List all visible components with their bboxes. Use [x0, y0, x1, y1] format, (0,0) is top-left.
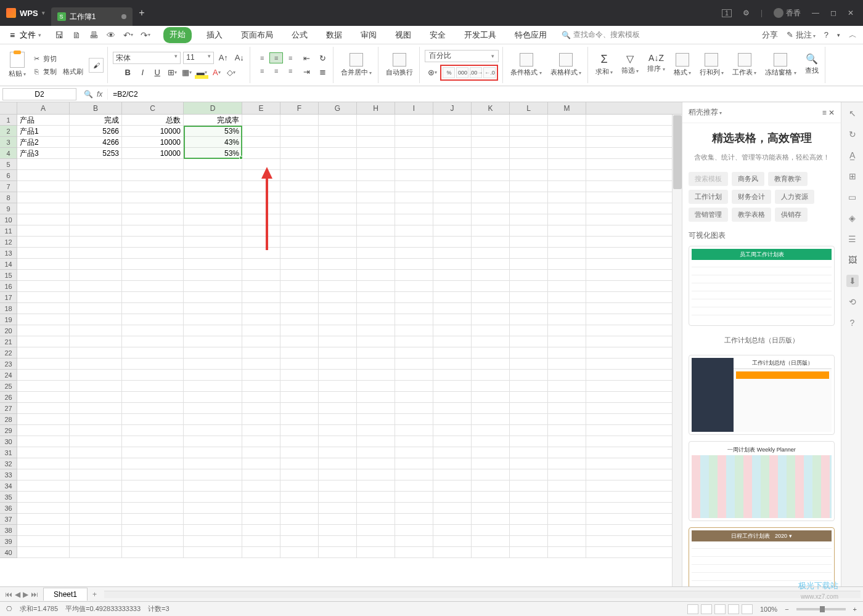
cell[interactable] — [433, 225, 472, 236]
cell[interactable] — [510, 137, 548, 147]
cell[interactable]: 产品1 — [17, 126, 70, 136]
cell[interactable] — [433, 214, 472, 225]
cell[interactable] — [184, 292, 242, 302]
row-header[interactable]: 36 — [0, 503, 17, 514]
cell[interactable] — [280, 137, 319, 147]
cell[interactable] — [17, 314, 70, 325]
cell[interactable] — [122, 392, 184, 402]
row-header[interactable]: 40 — [0, 547, 17, 558]
col-header-G[interactable]: G — [319, 102, 357, 114]
cell[interactable] — [122, 480, 184, 491]
cell[interactable] — [184, 325, 242, 336]
wrap-text-button[interactable]: 自动换行 — [383, 52, 415, 78]
cell[interactable] — [548, 525, 586, 535]
cell[interactable] — [122, 181, 184, 192]
cell[interactable]: 5253 — [70, 148, 122, 158]
cell[interactable] — [395, 214, 433, 225]
cell[interactable] — [319, 370, 357, 380]
tag-supply[interactable]: 供销存 — [775, 208, 808, 222]
cell[interactable] — [242, 359, 280, 369]
cell[interactable] — [17, 347, 70, 358]
cell[interactable] — [510, 159, 548, 169]
cell[interactable] — [70, 514, 122, 524]
cell[interactable] — [472, 469, 510, 480]
cell[interactable] — [433, 359, 472, 369]
cell[interactable] — [472, 303, 510, 314]
cell[interactable] — [280, 536, 319, 546]
align-bottom-left[interactable]: ≡ — [255, 65, 269, 76]
row-header[interactable]: 27 — [0, 403, 17, 414]
cell[interactable] — [122, 503, 184, 513]
cell[interactable] — [17, 214, 70, 225]
col-header-B[interactable]: B — [70, 102, 122, 114]
cell[interactable] — [122, 159, 184, 169]
cell[interactable]: 10000 — [122, 137, 184, 147]
view-break-icon[interactable] — [714, 604, 726, 614]
row-header[interactable]: 34 — [0, 480, 17, 492]
view-reading-icon[interactable] — [728, 604, 739, 614]
cell[interactable] — [510, 436, 548, 447]
sheet-prev-icon[interactable]: ◀ — [15, 590, 20, 599]
cell[interactable] — [548, 392, 586, 402]
comment-button[interactable]: ✎ 批注 — [787, 30, 816, 41]
cell[interactable] — [319, 203, 357, 214]
cell[interactable] — [280, 392, 319, 402]
cell[interactable] — [280, 447, 319, 458]
cell[interactable] — [319, 359, 357, 369]
cell[interactable] — [319, 325, 357, 336]
cell[interactable] — [472, 292, 510, 302]
cell[interactable] — [433, 148, 472, 158]
cell[interactable] — [472, 514, 510, 524]
cell[interactable] — [395, 347, 433, 358]
cell[interactable] — [357, 359, 395, 369]
cell[interactable]: 总数 — [122, 115, 184, 125]
view-normal-icon[interactable] — [687, 604, 698, 614]
tab-formula[interactable]: 公式 — [288, 27, 311, 43]
cell[interactable] — [433, 436, 472, 447]
cell[interactable] — [17, 370, 70, 380]
cell[interactable] — [510, 480, 548, 491]
cell[interactable] — [280, 281, 319, 291]
cell[interactable] — [395, 248, 433, 258]
cell[interactable] — [184, 403, 242, 413]
cell[interactable] — [395, 525, 433, 535]
cell[interactable] — [472, 336, 510, 347]
row-header[interactable]: 35 — [0, 492, 17, 503]
cell[interactable] — [122, 458, 184, 469]
cell[interactable] — [548, 181, 586, 192]
cell[interactable] — [280, 381, 319, 391]
save-as-icon[interactable]: 🗎 — [70, 28, 83, 42]
cell[interactable] — [70, 370, 122, 380]
cell[interactable] — [548, 303, 586, 314]
cell[interactable] — [357, 403, 395, 413]
cell[interactable] — [357, 436, 395, 447]
cell[interactable] — [242, 525, 280, 535]
find-button[interactable]: 🔍查找 — [803, 52, 821, 78]
cell[interactable] — [280, 159, 319, 169]
tag-hr[interactable]: 人力资源 — [775, 190, 814, 204]
cell[interactable] — [510, 292, 548, 302]
cell[interactable] — [17, 469, 70, 480]
cell[interactable] — [122, 359, 184, 369]
cell[interactable] — [280, 425, 319, 436]
cell[interactable] — [122, 292, 184, 302]
cell[interactable] — [122, 447, 184, 458]
cell[interactable] — [122, 303, 184, 314]
cell[interactable]: 5266 — [70, 126, 122, 136]
cell[interactable] — [472, 281, 510, 291]
cell[interactable] — [510, 403, 548, 413]
cell[interactable] — [510, 325, 548, 336]
cell[interactable] — [548, 203, 586, 214]
cell[interactable]: 10000 — [122, 126, 184, 136]
cell[interactable] — [433, 159, 472, 169]
merge-center-button[interactable]: 合并居中 — [338, 52, 374, 78]
row-header[interactable]: 7 — [0, 181, 17, 192]
tab-pagelayout[interactable]: 页面布局 — [237, 27, 277, 43]
tab-review[interactable]: 审阅 — [357, 27, 380, 43]
row-header[interactable]: 24 — [0, 370, 17, 381]
cell[interactable] — [472, 159, 510, 169]
cell[interactable] — [510, 425, 548, 436]
cell[interactable] — [472, 436, 510, 447]
cell[interactable] — [319, 480, 357, 491]
copy-button[interactable]: ⎘复制 — [30, 65, 59, 78]
